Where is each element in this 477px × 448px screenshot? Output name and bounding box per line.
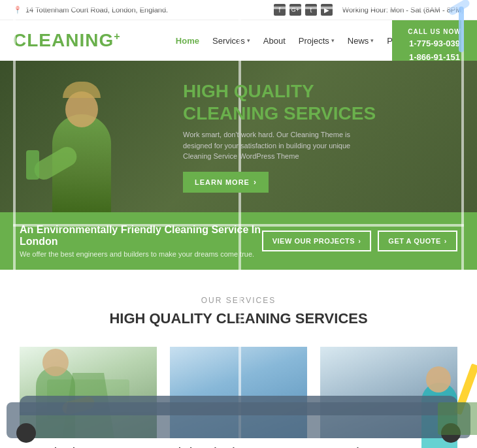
hero-heading: HIGH QUALITY CLEANING SERVICES (183, 80, 376, 124)
hero-person-image (13, 78, 157, 212)
hero-description: Work smart, don't work hard. Our Cleanin… (183, 129, 366, 162)
services-section: Our Services HIGH QUALITY CLEANING SERVI… (0, 270, 477, 448)
hero-services-text: SERVICES (284, 103, 376, 123)
learn-more-arrow: › (254, 178, 257, 187)
service-cards-container: Home Cleaning By choosing to build green… (20, 347, 457, 448)
hero-cleaning-text: CLEANING (183, 103, 278, 123)
learn-more-button[interactable]: LEARN MORE › (183, 172, 269, 193)
hero-content: HIGH QUALITY CLEANING SERVICES Work smar… (170, 61, 389, 212)
